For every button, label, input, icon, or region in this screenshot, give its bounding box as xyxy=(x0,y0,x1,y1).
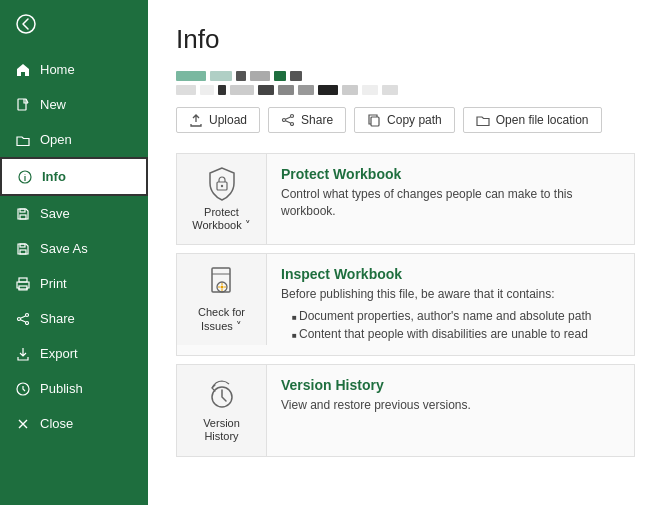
path-block xyxy=(210,71,232,81)
path-block xyxy=(250,71,270,81)
sidebar-item-save-as[interactable]: Save As xyxy=(0,231,148,266)
protect-workbook-icon-area[interactable]: ProtectWorkbook ˅ xyxy=(177,154,267,244)
back-button[interactable] xyxy=(0,0,148,52)
path-block xyxy=(318,85,338,95)
version-history-title: Version History xyxy=(281,377,620,393)
svg-point-10 xyxy=(18,317,21,320)
sidebar-label-save-as: Save As xyxy=(40,241,88,256)
svg-rect-4 xyxy=(20,209,25,212)
path-block xyxy=(176,71,206,81)
sidebar-label-publish: Publish xyxy=(40,381,83,396)
copy-path-button[interactable]: Copy path xyxy=(354,107,455,133)
svg-point-21 xyxy=(220,286,223,289)
path-block xyxy=(290,71,302,81)
share-icon xyxy=(281,113,295,127)
inspect-workbook-content: Inspect Workbook Before publishing this … xyxy=(267,254,634,355)
path-block xyxy=(176,85,196,95)
sidebar-label-share: Share xyxy=(40,311,75,326)
svg-point-9 xyxy=(26,313,29,316)
path-block xyxy=(218,85,226,95)
list-item: Content that people with disabilities ar… xyxy=(299,325,620,343)
svg-point-14 xyxy=(283,119,286,122)
svg-rect-16 xyxy=(371,117,379,126)
svg-rect-1 xyxy=(18,99,26,110)
page-title: Info xyxy=(176,24,635,55)
path-block xyxy=(258,85,274,95)
path-blocks-row-1 xyxy=(176,71,635,81)
protect-workbook-desc: Control what types of changes people can… xyxy=(281,186,620,220)
sidebar-item-share[interactable]: Share xyxy=(0,301,148,336)
folder-icon xyxy=(476,113,490,127)
copy-path-icon xyxy=(367,113,381,127)
path-block xyxy=(298,85,314,95)
protect-workbook-title: Protect Workbook xyxy=(281,166,620,182)
sidebar-item-print[interactable]: Print xyxy=(0,266,148,301)
version-history-content: Version History View and restore previou… xyxy=(267,365,634,426)
svg-rect-7 xyxy=(19,278,27,282)
inspect-workbook-icon-area[interactable]: Check forIssues ˅ xyxy=(177,254,267,344)
path-block xyxy=(230,85,254,95)
path-block xyxy=(362,85,378,95)
path-block xyxy=(274,71,286,81)
action-buttons: Upload Share Copy path Open file locatio… xyxy=(176,107,635,133)
svg-rect-5 xyxy=(20,250,26,254)
sidebar-label-save: Save xyxy=(40,206,70,221)
version-history-icon-area[interactable]: VersionHistory xyxy=(177,365,267,455)
sidebar-label-print: Print xyxy=(40,276,67,291)
sidebar: Home New Open Info Save xyxy=(0,0,148,505)
sidebar-item-open[interactable]: Open xyxy=(0,122,148,157)
sidebar-label-close: Close xyxy=(40,416,73,431)
sidebar-label-open: Open xyxy=(40,132,72,147)
sidebar-label-info: Info xyxy=(42,169,66,184)
sidebar-item-home[interactable]: Home xyxy=(0,52,148,87)
path-block xyxy=(200,85,214,95)
path-block xyxy=(382,85,398,95)
path-area xyxy=(176,71,635,95)
share-label: Share xyxy=(301,113,333,127)
svg-point-18 xyxy=(220,185,222,187)
path-block xyxy=(236,71,246,81)
svg-point-15 xyxy=(291,123,294,126)
open-file-location-button[interactable]: Open file location xyxy=(463,107,602,133)
main-content: Info xyxy=(148,0,663,505)
share-button[interactable]: Share xyxy=(268,107,346,133)
protect-workbook-content: Protect Workbook Control what types of c… xyxy=(267,154,634,232)
sidebar-label-new: New xyxy=(40,97,66,112)
sidebar-item-new[interactable]: New xyxy=(0,87,148,122)
check-issues-icon-label: Check forIssues ˅ xyxy=(198,306,245,332)
protect-workbook-card: ProtectWorkbook ˅ Protect Workbook Contr… xyxy=(176,153,635,245)
upload-icon xyxy=(189,113,203,127)
version-history-icon xyxy=(206,377,238,413)
svg-rect-8 xyxy=(19,286,27,289)
version-history-desc: View and restore previous versions. xyxy=(281,397,620,414)
version-history-icon-label: VersionHistory xyxy=(203,417,240,443)
sidebar-item-save[interactable]: Save xyxy=(0,196,148,231)
inspect-workbook-title: Inspect Workbook xyxy=(281,266,620,282)
version-history-card: VersionHistory Version History View and … xyxy=(176,364,635,456)
inspect-workbook-icon xyxy=(206,266,238,302)
upload-button[interactable]: Upload xyxy=(176,107,260,133)
path-blocks-row-2 xyxy=(176,85,635,95)
sidebar-item-info[interactable]: Info xyxy=(0,157,148,196)
sidebar-label-export: Export xyxy=(40,346,78,361)
inspect-workbook-desc: Before publishing this file, be aware th… xyxy=(281,286,620,303)
copy-path-label: Copy path xyxy=(387,113,442,127)
sidebar-item-export[interactable]: Export xyxy=(0,336,148,371)
protect-workbook-icon-label: ProtectWorkbook ˅ xyxy=(192,206,250,232)
path-block xyxy=(278,85,294,95)
svg-point-13 xyxy=(291,115,294,118)
inspect-workbook-card: Check forIssues ˅ Inspect Workbook Befor… xyxy=(176,253,635,356)
svg-rect-3 xyxy=(20,215,26,219)
path-block xyxy=(342,85,358,95)
sidebar-item-publish[interactable]: Publish xyxy=(0,371,148,406)
list-item: Document properties, author's name and a… xyxy=(299,307,620,325)
sidebar-label-home: Home xyxy=(40,62,75,77)
protect-workbook-icon xyxy=(206,166,238,202)
sidebar-item-close[interactable]: Close xyxy=(0,406,148,441)
inspect-workbook-list: Document properties, author's name and a… xyxy=(299,307,620,343)
open-file-location-label: Open file location xyxy=(496,113,589,127)
svg-point-11 xyxy=(26,321,29,324)
upload-label: Upload xyxy=(209,113,247,127)
svg-rect-6 xyxy=(20,244,25,247)
svg-point-0 xyxy=(17,15,35,33)
